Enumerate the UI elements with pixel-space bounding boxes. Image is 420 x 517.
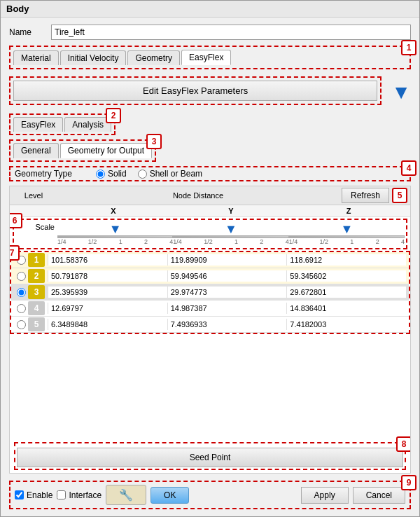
row5-x: 6.3489848 (48, 319, 167, 330)
interface-checkbox-label[interactable]: Interface (57, 490, 102, 500)
row1-y: 119.89909 (167, 254, 287, 266)
tabs-row1: Material Initial Velocity Geometry EasyF… (13, 50, 407, 65)
tab-easyflex[interactable]: EasyFlex (181, 50, 231, 65)
xyz-header-row: X Y Z (10, 205, 410, 217)
geometry-type-options: Solid Shell or Beam (96, 169, 202, 179)
enable-checkbox-label[interactable]: Enable (15, 490, 52, 500)
x-header: X (55, 207, 172, 215)
apply-button[interactable]: Apply (301, 487, 349, 504)
badge-9: 9 (401, 475, 416, 490)
badge-1: 1 (401, 40, 416, 55)
tab-initial-velocity[interactable]: Initial Velocity (60, 50, 127, 65)
row5-y: 7.4936933 (167, 319, 287, 330)
solid-radio[interactable] (96, 170, 105, 179)
row2-radio-col (14, 272, 28, 281)
level-2-badge: 2 (28, 269, 45, 283)
row2-z: 59.345602 (286, 270, 406, 282)
tabs-row1-dashed: Material Initial Velocity Geometry EasyF… (9, 46, 411, 69)
name-label: Name (9, 27, 44, 37)
table-row[interactable]: 2 50.791878 59.949546 59.345602 (11, 268, 409, 284)
row2-radio[interactable] (17, 272, 26, 281)
tab-material[interactable]: Material (13, 50, 59, 65)
tab-general[interactable]: General (13, 143, 59, 158)
level-5-badge: 5 (28, 317, 45, 331)
y-slider-wrap: ▼ 1/4 1/2 1 2 4 (173, 223, 288, 245)
refresh-button[interactable]: Refresh (342, 188, 389, 203)
table-row[interactable]: 1 101.58376 119.89909 118.6912 (11, 252, 409, 268)
edit-easyflex-button[interactable]: Edit EasyFlex Parameters (13, 81, 377, 101)
body-window: Body Name Material Initial Velocity Geom… (0, 0, 420, 517)
table-row[interactable]: 5 6.3489848 7.4936933 7.4182003 (11, 317, 409, 333)
badge-2: 2 (106, 108, 121, 123)
row3-z: 29.672801 (286, 287, 406, 298)
badge-8: 8 (396, 436, 411, 452)
node-distance-header: Node Distance (55, 191, 342, 200)
row5-radio[interactable] (17, 320, 26, 329)
row2-x: 50.791878 (48, 270, 167, 282)
level-header: Level (13, 191, 55, 200)
row3-x: 25.395939 (48, 287, 167, 298)
name-input[interactable] (51, 25, 411, 40)
shell-beam-option[interactable]: Shell or Beam (138, 169, 202, 179)
row5-z: 7.4182003 (286, 319, 406, 330)
interface-checkbox[interactable] (57, 490, 66, 499)
x-arrow-icon: ▼ (109, 223, 122, 235)
level-1-badge: 1 (28, 253, 45, 267)
row4-y: 14.987387 (167, 303, 287, 314)
wrench-icon: 🔧 (119, 489, 133, 501)
arrow-down-icon: ▼ (391, 83, 411, 102)
tab-analysis[interactable]: Analysis (64, 117, 111, 132)
badge-3: 3 (146, 134, 162, 149)
bottom-section: Enable Interface 🔧 OK (9, 481, 411, 509)
cancel-label: Cancel (366, 490, 392, 500)
row1-x: 101.58376 (48, 254, 167, 266)
title-bar: Body (1, 1, 419, 18)
row4-z: 14.836401 (286, 303, 406, 314)
badge-5: 5 (392, 188, 407, 203)
z-slider-wrap: ▼ 1/4 1/2 1 2 4 (289, 223, 405, 245)
tab-geometry[interactable]: Geometry (127, 50, 180, 65)
y-header: Y (172, 207, 290, 215)
z-header: Z (290, 207, 407, 215)
table-row[interactable]: 4 12.69797 14.987387 14.836401 (11, 301, 409, 317)
table-row[interactable]: 3 25.395939 29.974773 29.672801 (11, 284, 409, 301)
left-actions: Enable Interface 🔧 OK (15, 485, 189, 505)
interface-label: Interface (69, 490, 102, 500)
slider-section: 6 Scale ▼ 1/4 1/2 1 2 4 (13, 219, 407, 249)
badge-4: 4 (401, 160, 416, 176)
geometry-type-label: Geometry Type (15, 169, 85, 179)
table-header-row: Level Node Distance Refresh 5 (10, 186, 410, 205)
shell-beam-label: Shell or Beam (150, 169, 202, 179)
seed-point-button[interactable]: Seed Point (17, 448, 403, 467)
row4-radio[interactable] (17, 304, 26, 313)
tab-easyflex-2[interactable]: EasyFlex (13, 117, 63, 132)
level-4-badge: 4 (28, 301, 45, 315)
tab-geometry-for-output[interactable]: Geometry for Output (60, 143, 152, 158)
row3-radio[interactable] (17, 288, 26, 297)
row5-radio-col (14, 320, 28, 329)
apply-label: Apply (314, 490, 335, 500)
name-row: Name (9, 25, 411, 40)
badge-7: 7 (9, 245, 20, 261)
row2-y: 59.949546 (167, 270, 287, 282)
x-slider-wrap: ▼ 1/4 1/2 1 2 4 (57, 223, 173, 245)
right-actions: Apply Cancel (301, 487, 405, 504)
enable-checkbox[interactable] (15, 490, 24, 499)
z-arrow-icon: ▼ (340, 223, 353, 235)
wrench-button[interactable]: 🔧 (106, 485, 146, 505)
solid-label: Solid (108, 169, 127, 179)
seed-point-section: Seed Point 8 (10, 439, 410, 473)
level-3-badge: 3 (28, 285, 45, 299)
shell-beam-radio[interactable] (138, 170, 147, 179)
ok-button[interactable]: OK (150, 487, 189, 504)
row3-radio-col (14, 288, 28, 297)
data-rows-section: 7 1 101.58376 119.89909 118.6912 (10, 251, 410, 334)
row4-radio-col (14, 304, 28, 313)
y-arrow-icon: ▼ (225, 223, 237, 235)
cancel-button[interactable]: Cancel (353, 487, 405, 504)
window-title: Body (6, 4, 29, 14)
row1-z: 118.6912 (286, 254, 406, 266)
row4-x: 12.69797 (48, 303, 167, 314)
row3-y: 29.974773 (167, 287, 287, 298)
solid-option[interactable]: Solid (96, 169, 127, 179)
